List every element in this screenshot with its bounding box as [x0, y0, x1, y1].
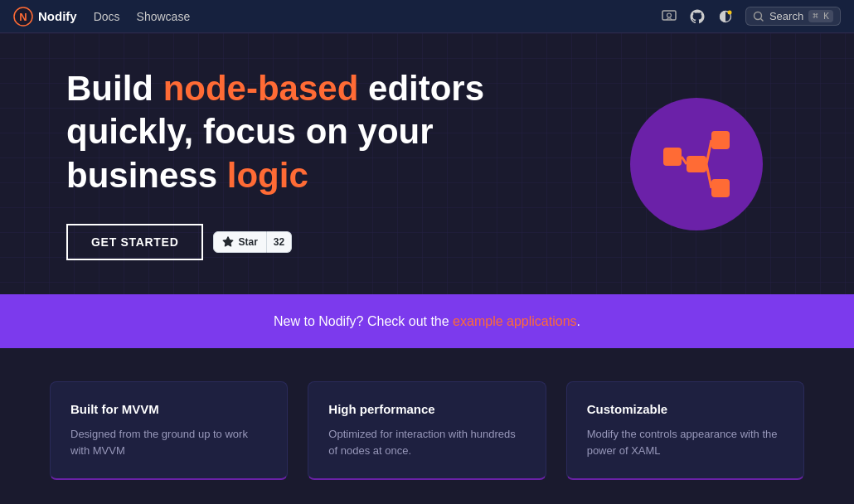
navbar-right: Search ⌘ K — [661, 7, 841, 26]
hero-title: Build node-based editorsquickly, focus o… — [66, 67, 605, 198]
search-label: Search — [769, 10, 803, 22]
svg-rect-10 — [687, 156, 706, 172]
hero-title-part1: Build — [66, 69, 163, 108]
github-star-icon — [222, 236, 234, 248]
feature-card-mvvm: Built for MVVM Designed from the ground … — [50, 381, 288, 480]
search-button[interactable]: Search ⌘ K — [745, 7, 841, 26]
feature-card-customizable: Customizable Modify the controls appeara… — [566, 381, 804, 480]
feature-title-0: Built for MVVM — [70, 402, 267, 416]
banner-text-before: New to Nodify? Check out the — [274, 314, 453, 328]
star-label: Star — [238, 236, 257, 248]
hero-logo-circle — [630, 98, 763, 230]
feature-desc-1: Optimized for interaction with hundreds … — [328, 426, 525, 458]
hero-content: Build node-based editorsquickly, focus o… — [66, 67, 605, 261]
feature-card-performance: High performance Optimized for interacti… — [308, 381, 546, 480]
github-star-button[interactable]: Star 32 — [213, 231, 292, 253]
svg-line-12 — [706, 140, 711, 164]
navbar: N Nodify Docs Showcase — [0, 0, 854, 33]
svg-rect-9 — [711, 179, 730, 197]
banner-section: New to Nodify? Check out the example app… — [0, 294, 854, 348]
theme-toggle-icon[interactable] — [717, 8, 734, 25]
search-icon — [753, 11, 764, 22]
feature-desc-0: Designed from the ground up to work with… — [70, 426, 267, 458]
navbar-left: N Nodify Docs Showcase — [13, 7, 190, 27]
get-started-button[interactable]: GET STARTED — [66, 224, 203, 260]
hero-title-highlight2: logic — [227, 156, 308, 195]
svg-rect-7 — [663, 148, 682, 166]
features-section: Built for MVVM Designed from the ground … — [0, 348, 854, 504]
banner-example-link[interactable]: example applications — [453, 314, 576, 328]
search-keyboard-shortcut: ⌘ K — [808, 10, 833, 22]
svg-point-5 — [727, 10, 731, 14]
hero-section: Build node-based editorsquickly, focus o… — [0, 33, 854, 294]
svg-rect-8 — [711, 131, 730, 149]
nav-showcase[interactable]: Showcase — [137, 10, 191, 23]
feature-title-1: High performance — [328, 402, 525, 416]
feature-desc-2: Modify the controls appearance with the … — [587, 426, 784, 458]
hero-logo-area — [605, 98, 788, 230]
svg-line-11 — [682, 157, 687, 164]
star-count[interactable]: 32 — [267, 231, 292, 253]
svg-line-13 — [706, 164, 711, 188]
svg-text:N: N — [19, 11, 27, 23]
hero-actions: GET STARTED Star 32 — [66, 224, 605, 260]
banner-text-after: . — [577, 314, 580, 328]
github-icon[interactable] — [689, 8, 706, 25]
star-main[interactable]: Star — [213, 231, 266, 253]
nav-docs[interactable]: Docs — [94, 10, 120, 23]
nodify-hero-icon — [655, 123, 738, 206]
screen-icon[interactable] — [661, 8, 677, 25]
banner-text: New to Nodify? Check out the example app… — [274, 314, 580, 329]
hero-title-highlight1: node-based — [163, 69, 359, 108]
logo-link[interactable]: N Nodify — [13, 7, 77, 27]
nodify-logo-icon: N — [13, 7, 33, 27]
logo-text: Nodify — [38, 9, 77, 23]
feature-title-2: Customizable — [587, 402, 784, 416]
svg-point-3 — [667, 13, 671, 17]
